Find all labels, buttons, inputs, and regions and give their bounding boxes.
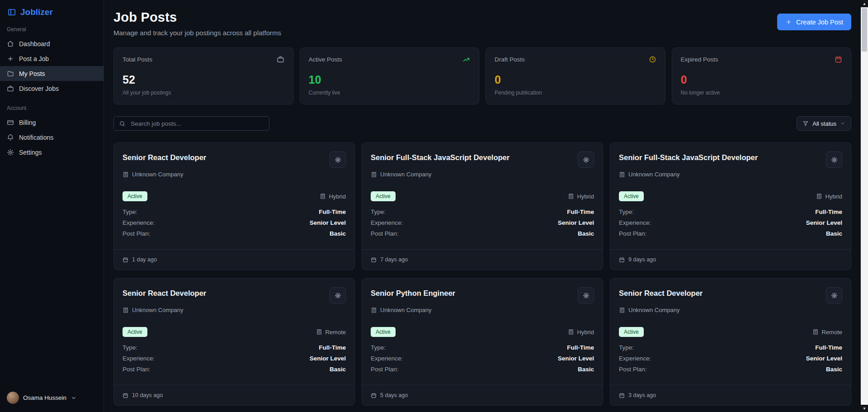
type-value: Full-Time: [319, 344, 346, 351]
experience-label: Experience:: [619, 219, 651, 226]
experience-value: Senior Level: [558, 219, 594, 226]
job-settings-button[interactable]: [330, 152, 346, 168]
experience-label: Experience:: [123, 355, 155, 362]
post-plan-value: Basic: [330, 366, 346, 373]
type-label: Type:: [619, 344, 634, 351]
stat-sub: All your job postings: [123, 90, 284, 96]
app-logo[interactable]: Joblizer: [0, 7, 104, 17]
gear-icon: [335, 156, 341, 163]
stat-card-expired-posts: Expired Posts 0 No longer active: [672, 47, 852, 104]
work-mode-label: Hybrid: [577, 329, 594, 336]
posted-date: 9 days ago: [628, 256, 656, 263]
sidebar-item-label: Settings: [19, 149, 42, 156]
status-badge: Active: [619, 327, 644, 337]
stat-value: 0: [495, 73, 656, 86]
job-settings-button[interactable]: [826, 287, 842, 303]
sidebar-item-billing[interactable]: Billing: [0, 115, 104, 130]
post-plan-label: Post Plan:: [123, 366, 151, 373]
company-name: Unknown Company: [380, 171, 431, 178]
type-label: Type:: [123, 208, 137, 215]
create-job-post-button[interactable]: Create Job Post: [777, 14, 851, 30]
stat-label: Expired Posts: [681, 56, 718, 63]
search-input[interactable]: [130, 120, 264, 128]
job-title: Senior Full-Stack JavaScript Developer: [619, 152, 762, 162]
bell-icon: [7, 134, 14, 141]
stat-card-active-posts: Active Posts 10 Currently live: [300, 47, 480, 104]
type-value: Full-Time: [567, 208, 594, 215]
job-settings-button[interactable]: [826, 152, 842, 168]
page-header: Job Posts Manage and track your job post…: [113, 10, 851, 37]
create-job-post-label: Create Job Post: [796, 19, 843, 26]
sidebar-item-settings[interactable]: Settings: [0, 145, 104, 160]
company-name: Unknown Company: [628, 171, 679, 178]
status-badge: Active: [123, 327, 147, 337]
type-label: Type:: [123, 344, 137, 351]
type-value: Full-Time: [815, 208, 842, 215]
post-plan-label: Post Plan:: [371, 366, 399, 373]
type-label: Type:: [371, 344, 386, 351]
job-settings-button[interactable]: [578, 287, 594, 303]
experience-label: Experience:: [371, 355, 403, 362]
building-icon: [371, 171, 377, 178]
sidebar-item-label: My Posts: [19, 70, 45, 77]
sidebar-item-my-posts[interactable]: My Posts: [0, 66, 104, 81]
scroll-down-arrow[interactable]: ▼: [861, 405, 868, 412]
job-settings-button[interactable]: [330, 287, 346, 303]
job-card: Senior Python Engineer Unknown Company A…: [362, 278, 603, 406]
sidebar: Joblizer General Dashboard Post a Job My…: [0, 0, 104, 412]
experience-label: Experience:: [123, 219, 155, 226]
status-badge: Active: [619, 191, 644, 201]
job-title: Senior Full-Stack JavaScript Developer: [371, 152, 514, 162]
plus-icon: [785, 19, 792, 25]
scroll-up-arrow[interactable]: ▲: [861, 0, 868, 7]
work-mode-label: Hybrid: [577, 193, 594, 200]
sidebar-item-post-a-job[interactable]: Post a Job: [0, 51, 104, 66]
experience-value: Senior Level: [806, 219, 842, 226]
user-menu[interactable]: Osama Hussein: [0, 392, 104, 404]
gear-icon: [583, 156, 590, 163]
company-name: Unknown Company: [628, 307, 679, 313]
status-filter-dropdown[interactable]: All status: [797, 116, 851, 131]
sidebar-section-general: General: [0, 26, 104, 33]
gear-icon: [831, 292, 838, 299]
building-icon: [619, 307, 625, 313]
scrollbar-track[interactable]: [861, 7, 868, 405]
stat-value: 0: [681, 73, 843, 86]
post-plan-value: Basic: [826, 230, 842, 237]
job-settings-button[interactable]: [578, 152, 594, 168]
sidebar-item-label: Post a Job: [19, 55, 49, 62]
credit-card-icon: [7, 119, 14, 126]
scrollbar-thumb[interactable]: [862, 8, 867, 52]
stat-label: Draft Posts: [495, 56, 525, 63]
sidebar-item-dashboard[interactable]: Dashboard: [0, 36, 104, 51]
plus-icon: [7, 55, 14, 62]
job-grid: Senior React Developer Unknown Company A…: [113, 142, 851, 406]
experience-label: Experience:: [619, 355, 651, 362]
sidebar-item-label: Discover Jobs: [19, 85, 59, 92]
sidebar-item-discover-jobs[interactable]: Discover Jobs: [0, 81, 104, 96]
scrollbar[interactable]: ▲ ▼: [861, 0, 868, 412]
posted-date: 1 day ago: [132, 256, 157, 263]
stat-value: 10: [309, 73, 471, 86]
sidebar-section-account: Account: [0, 105, 104, 111]
building-icon: [619, 171, 625, 178]
stats-row: Total Posts 52 All your job postings Act…: [113, 47, 851, 104]
stat-label: Active Posts: [309, 56, 342, 63]
sidebar-item-notifications[interactable]: Notifications: [0, 130, 104, 145]
type-value: Full-Time: [567, 344, 594, 351]
posted-date: 5 days ago: [380, 392, 408, 398]
company-name: Unknown Company: [132, 171, 183, 178]
search-icon: [119, 120, 126, 127]
main-content: Job Posts Manage and track your job post…: [104, 0, 861, 412]
status-badge: Active: [371, 327, 396, 337]
company-name: Unknown Company: [132, 307, 183, 313]
posted-date: 10 days ago: [132, 392, 163, 398]
experience-value: Senior Level: [806, 355, 842, 362]
clock-icon: [649, 56, 656, 63]
status-filter-label: All status: [812, 120, 836, 127]
post-plan-value: Basic: [578, 366, 594, 373]
building-icon: [320, 193, 326, 199]
job-card: Senior React Developer Unknown Company A…: [113, 278, 355, 406]
experience-value: Senior Level: [310, 219, 346, 226]
status-badge: Active: [371, 191, 396, 201]
